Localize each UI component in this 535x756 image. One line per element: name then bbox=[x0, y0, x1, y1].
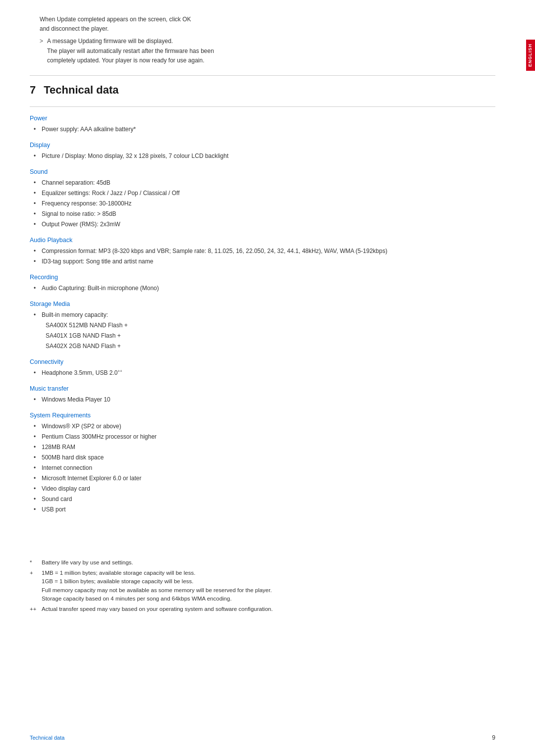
section-music-transfer: Music transfer Windows Media Player 10 bbox=[30, 385, 495, 404]
intro-arrow-item: > A message Updating firmware will be di… bbox=[40, 37, 495, 65]
heading-sound: Sound bbox=[30, 168, 495, 175]
intro-section: When Update completed appears on the scr… bbox=[30, 15, 495, 65]
language-tab: ENGLISH bbox=[526, 40, 535, 71]
list-item: Audio Capturing: Built-in microphone (Mo… bbox=[34, 284, 495, 293]
page-container: ENGLISH When Update completed appears on… bbox=[0, 0, 535, 756]
section-system-requirements: System Requirements Windows® XP (SP2 or … bbox=[30, 412, 495, 514]
list-item: Internet connection bbox=[34, 463, 495, 472]
list-item: Video display card bbox=[34, 484, 495, 493]
footnote-symbol-asterisk: * bbox=[30, 558, 37, 567]
section-connectivity: Connectivity Headphone 3.5mm, USB 2.0++ bbox=[30, 358, 495, 377]
heading-storage-media: Storage Media bbox=[30, 301, 495, 307]
section-display: Display Picture / Display: Mono display,… bbox=[30, 142, 495, 160]
list-display: Picture / Display: Mono display, 32 x 12… bbox=[30, 151, 495, 160]
section-storage-media: Storage Media Built-in memory capacity: … bbox=[30, 301, 495, 351]
chapter-heading-container: 7 Technical data bbox=[30, 84, 495, 99]
list-item: Headphone 3.5mm, USB 2.0++ bbox=[34, 368, 495, 377]
list-item: Windows Media Player 10 bbox=[34, 395, 495, 404]
chapter-number: 7 bbox=[30, 84, 36, 97]
heading-recording: Recording bbox=[30, 274, 495, 281]
page-number: 9 bbox=[492, 734, 495, 741]
chapter-title: Technical data bbox=[44, 84, 118, 97]
list-storage-media: Built-in memory capacity: SA400X 512MB N… bbox=[30, 310, 495, 351]
list-item: Frequency response: 30-18000Hz bbox=[34, 199, 495, 208]
list-item: Signal to noise ratio: > 85dB bbox=[34, 209, 495, 218]
list-connectivity: Headphone 3.5mm, USB 2.0++ bbox=[30, 368, 495, 377]
arrow-line3: completely updated. Your player is now r… bbox=[47, 56, 214, 65]
arrow-symbol: > bbox=[40, 37, 43, 65]
section-sound: Sound Channel separation: 45dB Equalizer… bbox=[30, 168, 495, 229]
list-item: USB port bbox=[34, 505, 495, 514]
section-recording: Recording Audio Capturing: Built-in micr… bbox=[30, 274, 495, 293]
list-item: Compression format: MP3 (8-320 kbps and … bbox=[34, 247, 495, 255]
footnote-symbol-plusplus: ++ bbox=[30, 605, 37, 613]
heading-music-transfer: Music transfer bbox=[30, 385, 495, 392]
list-sound: Channel separation: 45dB Equalizer setti… bbox=[30, 178, 495, 229]
list-item: Pentium Class 300MHz processor or higher bbox=[34, 432, 495, 441]
footnote-text-plusplus: Actual transfer speed may vary based on … bbox=[42, 605, 495, 613]
list-item-indent: SA402X 2GB NAND Flash + bbox=[34, 342, 495, 351]
heading-display: Display bbox=[30, 142, 495, 149]
section-power: Power Power supply: AAA alkaline battery… bbox=[30, 115, 495, 134]
heading-power: Power bbox=[30, 115, 495, 122]
footer-note-plusplus: ++ Actual transfer speed may vary based … bbox=[30, 605, 495, 613]
footnote-plus-line1: 1MB = 1 million bytes; available storage… bbox=[42, 569, 495, 577]
list-recording: Audio Capturing: Built-in microphone (Mo… bbox=[30, 284, 495, 293]
heading-system-requirements: System Requirements bbox=[30, 412, 495, 419]
footnote-plus-line3: Full memory capacity may not be availabl… bbox=[42, 586, 495, 595]
list-item: Picture / Display: Mono display, 32 x 12… bbox=[34, 151, 495, 160]
list-item-indent: SA401X 1GB NAND Flash + bbox=[34, 331, 495, 340]
storage-item-2: SA401X 1GB NAND Flash + bbox=[42, 332, 121, 339]
list-item: Channel separation: 45dB bbox=[34, 178, 495, 187]
footer-note-asterisk: * Battery life vary by use and settings. bbox=[30, 558, 495, 567]
list-item: 500MB hard disk space bbox=[34, 453, 495, 462]
list-system-requirements: Windows® XP (SP2 or above) Pentium Class… bbox=[30, 422, 495, 514]
list-item: ID3-tag support: Song title and artist n… bbox=[34, 257, 495, 266]
footer-note-plus: + 1MB = 1 million bytes; available stora… bbox=[30, 569, 495, 603]
list-item: Power supply: AAA alkaline battery* bbox=[34, 125, 495, 134]
list-item: Output Power (RMS): 2x3mW bbox=[34, 220, 495, 229]
page-footer: Technical data 9 bbox=[30, 734, 495, 741]
list-item: Equalizer settings: Rock / Jazz / Pop / … bbox=[34, 189, 495, 198]
footnote-plus-line4: Storage capacity based on 4 minutes per … bbox=[42, 595, 495, 603]
chapter-divider bbox=[30, 106, 495, 107]
heading-audio-playback: Audio Playback bbox=[30, 237, 495, 244]
footer-label: Technical data bbox=[30, 735, 64, 741]
footnote-symbol-plus: + bbox=[30, 569, 37, 603]
list-item: Microsoft Internet Explorer 6.0 or later bbox=[34, 474, 495, 483]
intro-line2: and disconnect the player. bbox=[40, 24, 495, 34]
list-item: Sound card bbox=[34, 495, 495, 504]
storage-item-3: SA402X 2GB NAND Flash + bbox=[42, 343, 121, 350]
list-item: 128MB RAM bbox=[34, 443, 495, 452]
heading-connectivity: Connectivity bbox=[30, 358, 495, 365]
list-audio-playback: Compression format: MP3 (8-320 kbps and … bbox=[30, 247, 495, 266]
footnote-plus-line2: 1GB = 1 billion bytes; available storage… bbox=[42, 577, 495, 586]
footnote-text-asterisk: Battery life vary by use and settings. bbox=[42, 558, 495, 567]
list-power: Power supply: AAA alkaline battery* bbox=[30, 125, 495, 134]
arrow-line2: The player will automatically restart af… bbox=[47, 47, 214, 56]
top-divider bbox=[30, 75, 495, 76]
list-music-transfer: Windows Media Player 10 bbox=[30, 395, 495, 404]
footer-notes-section: * Battery life vary by use and settings.… bbox=[30, 554, 495, 614]
connectivity-text: Headphone 3.5mm, USB 2.0++ bbox=[42, 369, 122, 376]
list-item: Windows® XP (SP2 or above) bbox=[34, 422, 495, 431]
section-audio-playback: Audio Playback Compression format: MP3 (… bbox=[30, 237, 495, 266]
intro-line1: When Update completed appears on the scr… bbox=[40, 15, 495, 24]
arrow-line1: A message Updating firmware will be disp… bbox=[47, 37, 214, 46]
storage-item-1: SA400X 512MB NAND Flash + bbox=[42, 322, 128, 329]
list-item: Built-in memory capacity: bbox=[34, 310, 495, 319]
footnote-text-plus: 1MB = 1 million bytes; available storage… bbox=[42, 569, 495, 603]
list-item-indent: SA400X 512MB NAND Flash + bbox=[34, 321, 495, 330]
